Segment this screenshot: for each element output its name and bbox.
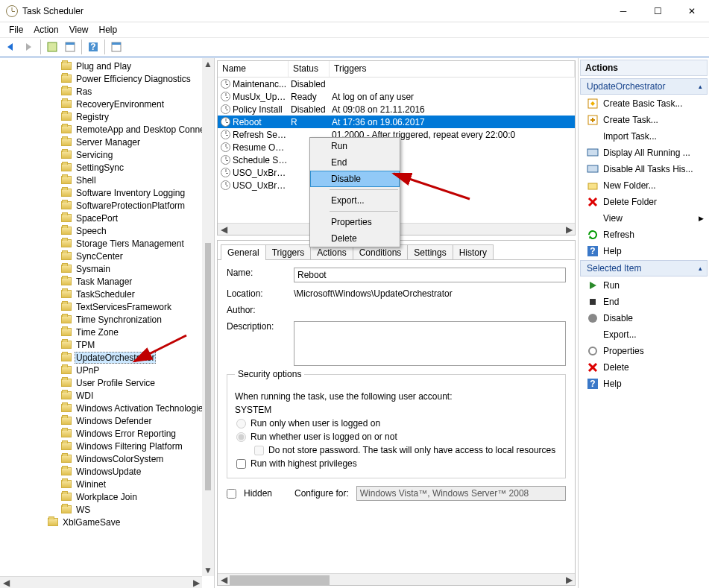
tree-item-recoveryenvironment[interactable]: RecoveryEnvironment (0, 98, 214, 110)
task-row[interactable]: Maintenanc...Disabled (218, 78, 575, 90)
ctx-end[interactable]: End (310, 154, 400, 171)
tree-item-windowsupdate[interactable]: WindowsUpdate (0, 465, 214, 478)
tree-item-power-efficiency-diagnostics[interactable]: Power Efficiency Diagnostics (0, 72, 214, 85)
tab-triggers[interactable]: Triggers (265, 244, 312, 260)
action-new-folder[interactable]: New Folder... (581, 177, 707, 194)
task-row[interactable]: MusUx_Upd...ReadyAt log on of any user (218, 90, 575, 103)
tab-general[interactable]: General (221, 244, 266, 260)
maximize-button[interactable]: ☐ (640, 0, 675, 22)
tree-item-windows-filtering-platform[interactable]: Windows Filtering Platform (0, 440, 214, 452)
help-button[interactable]: ? (85, 39, 101, 55)
nav-back-button[interactable] (3, 39, 19, 55)
tree-item-storage-tiers-management[interactable]: Storage Tiers Management (0, 237, 214, 250)
tree-scrollbar[interactable]: ▲ ▼ (202, 58, 214, 576)
tree-item-synccenter[interactable]: SyncCenter (0, 250, 214, 262)
tree-item-updateorchestrator[interactable]: UpdateOrchestrator (0, 351, 214, 364)
tree-item-sysmain[interactable]: Sysmain (0, 262, 214, 275)
tree-item-software-inventory-logging[interactable]: Software Inventory Logging (0, 186, 214, 199)
tree-item-windows-error-reporting[interactable]: Windows Error Reporting (0, 427, 214, 440)
task-row[interactable]: RebootRAt 17:36 on 19.06.2017 (218, 116, 575, 128)
tree-item-server-manager[interactable]: Server Manager (0, 136, 214, 148)
action-run[interactable]: Run (581, 277, 707, 294)
tree-item-windowscolorsystem[interactable]: WindowsColorSystem (0, 452, 214, 465)
ctx-run[interactable]: Run (310, 138, 400, 154)
configure-for-combo[interactable]: Windows Vista™, Windows Server™ 2008 (356, 486, 566, 501)
details-hscroll[interactable]: ◀▶ (218, 573, 575, 585)
tree-item-ras[interactable]: Ras (0, 85, 214, 98)
action-display-all-running[interactable]: Display All Running ... (581, 145, 707, 161)
tree-item-workplace-join[interactable]: Workplace Join (0, 490, 214, 503)
ctx-export[interactable]: Export... (310, 192, 400, 209)
check-highest[interactable] (236, 459, 246, 469)
action-refresh[interactable]: Refresh (581, 227, 707, 243)
radio-logged-on[interactable] (236, 419, 246, 429)
menu-view[interactable]: View (65, 23, 93, 37)
ctx-disable[interactable]: Disable (310, 171, 400, 187)
tree-item-spaceport[interactable]: SpacePort (0, 212, 214, 224)
menu-action[interactable]: Action (29, 23, 63, 37)
tree-item-plug-and-play[interactable]: Plug and Play (0, 60, 214, 72)
action-create-task[interactable]: Create Task... (581, 112, 707, 128)
tree-item-registry[interactable]: Registry (0, 110, 214, 123)
nav-forward-button[interactable] (21, 39, 37, 55)
toolbar-btn-1[interactable] (44, 39, 60, 55)
tab-settings[interactable]: Settings (407, 244, 453, 260)
ctx-properties[interactable]: Properties (310, 214, 400, 230)
check-hidden[interactable] (227, 489, 236, 499)
action-view[interactable]: View▶ (581, 210, 707, 227)
ctx-delete[interactable]: Delete (310, 230, 400, 247)
tree-item-softwareprotectionplatform[interactable]: SoftwareProtectionPlatform (0, 199, 214, 212)
action-delete-folder[interactable]: Delete Folder (581, 194, 707, 210)
menu-file[interactable]: File (4, 23, 28, 37)
tree-item-user-profile-service[interactable]: User Profile Service (0, 376, 214, 389)
action-import-task[interactable]: Import Task... (581, 128, 707, 145)
toolbar-btn-2[interactable] (62, 39, 78, 55)
task-description-input[interactable] (294, 321, 566, 366)
task-row[interactable]: Policy InstallDisabledAt 09:08 on 21.11.… (218, 103, 575, 116)
tree-item-speech[interactable]: Speech (0, 224, 214, 237)
col-name[interactable]: Name (218, 61, 289, 77)
folder-tree[interactable]: Plug and PlayPower Efficiency Diagnostic… (0, 58, 214, 588)
action-disable[interactable]: Disable (581, 310, 707, 326)
tree-item-servicing[interactable]: Servicing (0, 148, 214, 161)
toolbar-btn-3[interactable] (108, 39, 125, 55)
action-create-basic-task[interactable]: Create Basic Task... (581, 95, 707, 112)
tree-item-shell[interactable]: Shell (0, 174, 214, 186)
action-disable-all-tasks-his[interactable]: Disable All Tasks His... (581, 161, 707, 177)
tree-item-tpm[interactable]: TPM (0, 338, 214, 351)
check-nostore[interactable] (254, 446, 264, 455)
svg-rect-14 (587, 149, 598, 156)
menu-help[interactable]: Help (95, 23, 122, 37)
tab-history[interactable]: History (453, 244, 494, 260)
tree-item-task-manager[interactable]: Task Manager (0, 275, 214, 288)
svg-point-24 (588, 314, 597, 323)
action-end[interactable]: End (581, 294, 707, 310)
tree-item-remoteapp-and-desktop-connections[interactable]: RemoteApp and Desktop Connections (0, 123, 214, 136)
col-triggers[interactable]: Triggers (330, 61, 575, 77)
action-properties[interactable]: Properties (581, 343, 707, 359)
col-status[interactable]: Status (289, 61, 330, 77)
radio-whether[interactable] (236, 432, 246, 442)
tree-item-wininet[interactable]: Wininet (0, 478, 214, 490)
tree-item-wdi[interactable]: WDI (0, 389, 214, 402)
tree-item-textservicesframework[interactable]: TextServicesFramework (0, 300, 214, 313)
tree-item-time-synchronization[interactable]: Time Synchronization (0, 313, 214, 326)
action-help[interactable]: ?Help (581, 243, 707, 259)
task-name-input[interactable] (294, 268, 566, 282)
minimize-button[interactable]: ─ (606, 0, 640, 22)
tree-item-xblgamesave[interactable]: XblGameSave (0, 516, 214, 528)
action-export[interactable]: Export... (581, 326, 707, 343)
action-help[interactable]: ?Help (581, 376, 707, 392)
tree-item-upnp[interactable]: UPnP (0, 364, 214, 376)
tree-item-settingsync[interactable]: SettingSync (0, 161, 214, 174)
action-delete[interactable]: Delete (581, 359, 707, 376)
tree-item-taskscheduler[interactable]: TaskScheduler (0, 288, 214, 300)
folder-icon (61, 429, 72, 437)
tree-item-windows-defender[interactable]: Windows Defender (0, 414, 214, 427)
close-button[interactable]: ✕ (675, 0, 709, 22)
tree-item-windows-activation-technologies[interactable]: Windows Activation Technologies (0, 402, 214, 414)
tree-item-time-zone[interactable]: Time Zone (0, 326, 214, 338)
actions-group-2[interactable]: Selected Item▴ (580, 260, 708, 276)
actions-group-1[interactable]: UpdateOrchestrator▴ (580, 78, 708, 95)
tree-item-ws[interactable]: WS (0, 503, 214, 516)
